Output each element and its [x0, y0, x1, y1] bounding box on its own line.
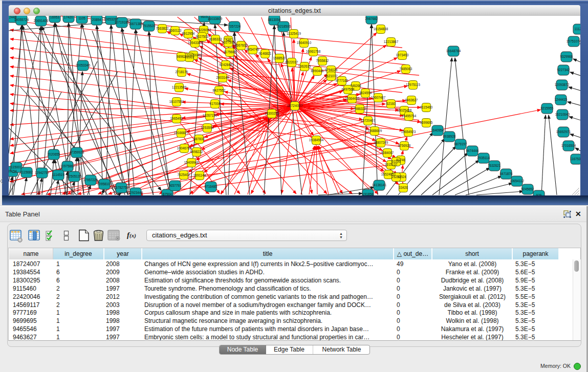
svg-text:10719185: 10719185 — [115, 20, 129, 24]
svg-text:16210643: 16210643 — [555, 113, 570, 116]
svg-text:10607487: 10607487 — [371, 96, 386, 99]
svg-text:887833: 887833 — [193, 137, 205, 141]
svg-text:25233: 25233 — [391, 175, 401, 179]
svg-text:16154838: 16154838 — [374, 27, 388, 31]
svg-text:417004: 417004 — [209, 102, 221, 105]
svg-text:7663822: 7663822 — [156, 27, 169, 30]
svg-text:10046768: 10046768 — [177, 146, 192, 150]
svg-text:12975115: 12975115 — [406, 83, 420, 86]
svg-text:19166827: 19166827 — [174, 131, 189, 135]
svg-text:6497568: 6497568 — [342, 87, 355, 91]
svg-text:15409948: 15409948 — [184, 161, 199, 164]
svg-text:14136141: 14136141 — [372, 183, 387, 187]
svg-text:10688609: 10688609 — [367, 129, 382, 133]
svg-text:19654923: 19654923 — [401, 130, 416, 134]
svg-text:7632621: 7632621 — [488, 164, 501, 167]
svg-text:1253594: 1253594 — [201, 126, 214, 129]
svg-text:98961: 98961 — [185, 55, 194, 59]
svg-text:1588520: 1588520 — [273, 56, 286, 60]
svg-text:19218506: 19218506 — [276, 25, 291, 28]
svg-text:1115682: 1115682 — [20, 170, 33, 174]
svg-text:33426: 33426 — [399, 186, 408, 189]
svg-text:9474444: 9474444 — [466, 149, 479, 152]
svg-text:9699695: 9699695 — [420, 121, 433, 124]
svg-text:8322037: 8322037 — [286, 60, 298, 64]
svg-text:17957225: 17957225 — [83, 178, 98, 182]
svg-text:9245652: 9245652 — [521, 187, 534, 191]
svg-text:18724007: 18724007 — [287, 104, 302, 107]
svg-text:20053346: 20053346 — [76, 63, 91, 67]
svg-text:8427552: 8427552 — [213, 89, 226, 92]
svg-text:12093872: 12093872 — [555, 83, 570, 86]
svg-text:15495754: 15495754 — [402, 114, 417, 118]
svg-text:9498222: 9498222 — [190, 150, 203, 154]
svg-text:16033809: 16033809 — [208, 17, 223, 20]
svg-text:15692971: 15692971 — [556, 130, 571, 134]
svg-text:16648784: 16648784 — [446, 49, 461, 53]
svg-text:39154: 39154 — [9, 169, 17, 173]
svg-text:1114519: 1114519 — [52, 173, 64, 177]
svg-text:15720407: 15720407 — [361, 119, 376, 122]
svg-text:2020655: 2020655 — [48, 152, 60, 156]
svg-text:1615137: 1615137 — [385, 163, 398, 166]
svg-text:16961758: 16961758 — [306, 50, 321, 53]
svg-text:17016504: 17016504 — [561, 144, 576, 147]
svg-text:18300295: 18300295 — [265, 112, 279, 115]
svg-text:18226053: 18226053 — [197, 28, 211, 32]
svg-text:17359928: 17359928 — [70, 150, 84, 154]
svg-text:2935114: 2935114 — [477, 156, 490, 160]
svg-text:746266: 746266 — [350, 84, 361, 87]
svg-text:10975867: 10975867 — [60, 164, 75, 168]
svg-text:9227342: 9227342 — [557, 68, 570, 72]
svg-text:1640954: 1640954 — [431, 128, 444, 132]
svg-text:20691406: 20691406 — [34, 19, 49, 23]
svg-text:7485063: 7485063 — [400, 67, 412, 71]
svg-text:11123: 11123 — [575, 27, 580, 31]
svg-text:9756928: 9756928 — [398, 144, 411, 147]
svg-text:1973493: 1973493 — [396, 53, 409, 57]
svg-text:16953: 16953 — [50, 16, 59, 19]
svg-text:18025458: 18025458 — [397, 108, 412, 112]
svg-text:10958107: 10958107 — [97, 182, 112, 186]
svg-text:15640910: 15640910 — [297, 41, 312, 45]
svg-text:7986322: 7986322 — [354, 107, 366, 111]
svg-text:12505135: 12505135 — [67, 174, 82, 178]
svg-text:10543382: 10543382 — [188, 41, 203, 45]
svg-text:7515520: 7515520 — [143, 24, 156, 28]
svg-text:9657791: 9657791 — [169, 184, 182, 187]
svg-text:12923446: 12923446 — [128, 191, 143, 194]
svg-text:2987682: 2987682 — [365, 17, 378, 20]
svg-text:9084067: 9084067 — [381, 151, 394, 155]
svg-text:9146821: 9146821 — [259, 52, 272, 55]
svg-text:6879197: 6879197 — [454, 142, 467, 146]
svg-text:11325419: 11325419 — [287, 32, 301, 35]
svg-text:12942757: 12942757 — [35, 171, 50, 174]
svg-text:1105: 1105 — [78, 16, 85, 20]
svg-text:8186323: 8186323 — [209, 37, 222, 41]
svg-text:9716485: 9716485 — [205, 185, 217, 188]
svg-text:8990448: 8990448 — [311, 69, 324, 73]
svg-text:19384554: 19384554 — [309, 138, 324, 142]
svg-text:15751074: 15751074 — [567, 39, 580, 43]
svg-text:8912954: 8912954 — [182, 32, 195, 35]
svg-text:2803144: 2803144 — [216, 76, 229, 79]
svg-text:14055724: 14055724 — [14, 18, 29, 21]
svg-text:8938928: 8938928 — [443, 135, 456, 138]
svg-text:8813054: 8813054 — [268, 18, 281, 21]
svg-text:18807249: 18807249 — [374, 141, 388, 144]
svg-text:3175685: 3175685 — [224, 50, 236, 54]
svg-text:12213589: 12213589 — [172, 85, 187, 89]
svg-text:9329966: 9329966 — [560, 55, 573, 58]
svg-text:16671385: 16671385 — [128, 22, 143, 26]
svg-text:9777169: 9777169 — [336, 79, 349, 82]
svg-text:7625402: 7625402 — [178, 173, 190, 177]
svg-text:7357224: 7357224 — [228, 25, 241, 28]
svg-text:1965493: 1965493 — [170, 117, 183, 120]
svg-text:9327503: 9327503 — [196, 35, 209, 38]
svg-text:8454749: 8454749 — [247, 48, 259, 51]
svg-text:1362615: 1362615 — [298, 64, 311, 68]
svg-text:9115460: 9115460 — [420, 105, 433, 109]
svg-text:8215955: 8215955 — [541, 106, 554, 110]
svg-text:8660123: 8660123 — [169, 29, 182, 32]
svg-text:9327508: 9327508 — [222, 40, 235, 44]
